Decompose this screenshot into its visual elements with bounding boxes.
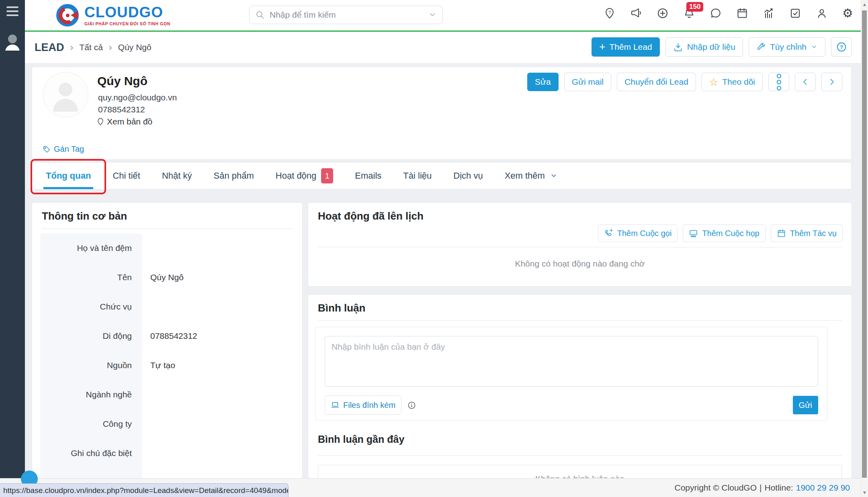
scrollbar-thumb[interactable] — [862, 10, 867, 478]
cloudgo-logo[interactable]: CLOUDGO GIẢI PHÁP CHUYỂN ĐỔI SỐ TINH GỌN — [56, 4, 170, 26]
tab-tai-lieu[interactable]: Tài liệu — [403, 163, 432, 189]
search-scope-chevron-icon[interactable] — [428, 10, 437, 19]
header-icon-bar: ? 150 — [604, 7, 854, 19]
hamburger-menu-icon[interactable] — [6, 6, 18, 18]
activity-count-badge: 1 — [321, 168, 333, 183]
basic-info-card: Thông tin cơ bản Họ và tên đệm TênQúy Ng… — [32, 202, 303, 479]
user-icon[interactable] — [816, 7, 828, 19]
recent-comments-box: Không có bình luận nào — [318, 465, 842, 479]
scrollbar: ▲ ▼ — [861, 0, 868, 497]
breadcrumb-list[interactable]: Tất cả — [80, 43, 103, 52]
download-icon — [673, 42, 683, 52]
breadcrumb-record: Qúy Ngô — [118, 43, 151, 52]
customize-button[interactable]: Tùy chỉnh — [749, 37, 825, 57]
calendar-icon[interactable] — [736, 7, 748, 19]
phone-plus-icon — [604, 229, 613, 238]
tab-nhat-ky[interactable]: Nhật ký — [162, 163, 192, 189]
search-input[interactable] — [269, 10, 428, 20]
basic-info-title: Thông tin cơ bản — [42, 210, 127, 222]
next-record-button[interactable] — [821, 73, 842, 91]
comment-input[interactable] — [325, 336, 818, 387]
cloudgo-logo-icon — [56, 4, 79, 26]
field-row: Ngành nghề — [40, 380, 294, 409]
more-actions-button[interactable] — [768, 73, 789, 91]
lead-summary-card: Qúy Ngô quy.ngo@cloudgo.vn 0788542312 Xe… — [32, 67, 852, 160]
calendar-icon — [777, 229, 786, 238]
help-icon: ? — [836, 41, 847, 53]
laptop-icon — [331, 401, 340, 409]
basic-info-fields: Họ và tên đệm TênQúy Ngô Chức vụ Di động… — [40, 233, 294, 479]
star-icon: ☆ — [709, 77, 718, 87]
notification-count-badge: 150 — [686, 2, 703, 12]
scroll-up-arrow[interactable]: ▲ — [861, 2, 868, 7]
kebab-menu-icon — [777, 74, 781, 90]
field-row: NguồnTự tạo — [40, 350, 294, 380]
chevron-left-icon — [800, 77, 810, 87]
import-data-button[interactable]: Nhập dữ liệu — [665, 37, 743, 57]
field-row: Di động0788542312 — [40, 321, 294, 350]
plus-icon: + — [599, 41, 605, 52]
field-row: Chức vụ — [40, 292, 294, 321]
bell-icon[interactable]: 150 — [683, 7, 695, 19]
add-task-button[interactable]: Thêm Tác vụ — [771, 224, 843, 242]
logo-name: CLOUDGO — [84, 5, 170, 20]
plus-circle-icon[interactable] — [657, 7, 669, 19]
map-pin-icon — [96, 118, 104, 126]
assign-tag-link[interactable]: Gán Tag — [43, 145, 84, 154]
avatar — [43, 72, 88, 118]
chevron-right-icon — [109, 42, 112, 53]
field-row: Công ty — [40, 409, 294, 438]
breadcrumb-module[interactable]: LEAD — [35, 41, 64, 54]
attach-files-button[interactable]: Files đính kèm — [325, 395, 401, 415]
lead-phone: 0788542312 — [98, 105, 145, 114]
task-checkbox-icon[interactable] — [789, 7, 801, 19]
add-lead-button[interactable]: + Thêm Lead — [592, 37, 659, 57]
convert-lead-button[interactable]: Chuyển đổi Lead — [617, 73, 696, 91]
footer-text: Copyright © CloudGO|Hotline: 1900 29 29 … — [674, 479, 850, 497]
chevron-right-icon — [70, 42, 74, 53]
add-meeting-button[interactable]: Thêm Cuộc họp — [683, 224, 765, 242]
send-comment-button[interactable]: Gửi — [793, 396, 818, 414]
activities-empty-state: Không có hoạt động nào đang chờ — [308, 259, 852, 269]
lead-name: Qúy Ngô — [97, 74, 147, 88]
breadcrumb: LEAD Tất cả Qúy Ngô — [35, 32, 151, 63]
lead-email: quy.ngo@cloudgo.vn — [98, 93, 177, 102]
follow-button[interactable]: ☆ Theo dõi — [702, 73, 763, 91]
view-map-link[interactable]: Xem bản đồ — [96, 117, 152, 126]
help-button[interactable]: ? — [831, 37, 852, 57]
sidebar-user-icon[interactable] — [5, 35, 20, 51]
gear-icon[interactable]: ⚙ — [842, 7, 854, 19]
megaphone-icon[interactable] — [630, 7, 642, 19]
cloudgo-lead-detail-page: CLOUDGO GIẢI PHÁP CHUYỂN ĐỔI SỐ TINH GỌN… — [0, 0, 868, 497]
previous-record-button[interactable] — [795, 73, 816, 91]
field-row: Ghi chú đặc biệt — [40, 438, 294, 468]
tab-chi-tiet[interactable]: Chi tiết — [113, 163, 140, 189]
info-icon[interactable] — [407, 401, 416, 410]
global-search[interactable] — [249, 6, 443, 24]
tab-san-pham[interactable]: Sản phẩm — [214, 163, 254, 189]
top-header: CLOUDGO GIẢI PHÁP CHUYỂN ĐỔI SỐ TINH GỌN… — [25, 0, 868, 32]
lead-action-buttons: Sửa Gửi mail Chuyển đổi Lead ☆ Theo dõi — [527, 73, 842, 91]
logo-tagline: GIẢI PHÁP CHUYỂN ĐỔI SỐ TINH GỌN — [84, 21, 170, 26]
scroll-down-arrow[interactable]: ▼ — [861, 490, 868, 495]
tab-emails[interactable]: Emails — [355, 163, 381, 189]
location-pin-question-icon[interactable]: ? — [604, 7, 616, 19]
activities-title: Hoạt động đã lên lịch — [318, 210, 424, 222]
tab-dich-vu[interactable]: Dịch vụ — [453, 163, 483, 189]
tab-xem-them[interactable]: Xem thêm — [505, 163, 558, 189]
hotline-number[interactable]: 1900 29 29 90 — [796, 483, 850, 493]
divider — [318, 320, 842, 321]
divider — [318, 247, 842, 247]
tab-tong-quan[interactable]: Tổng quan — [46, 163, 91, 189]
tab-hoat-dong[interactable]: Hoạt động 1 — [276, 163, 334, 189]
send-mail-button[interactable]: Gửi mail — [564, 73, 611, 91]
comment-composer: Files đính kèm Gửi — [315, 327, 827, 421]
chat-bubble-icon[interactable] — [710, 7, 722, 19]
edit-button[interactable]: Sửa — [527, 73, 559, 91]
comments-title: Bình luận — [318, 302, 365, 314]
chevron-down-icon — [811, 43, 818, 51]
tag-icon — [43, 145, 51, 153]
analytics-icon[interactable] — [763, 7, 775, 19]
divider — [42, 228, 293, 229]
add-call-button[interactable]: Thêm Cuộc gọi — [598, 224, 678, 242]
